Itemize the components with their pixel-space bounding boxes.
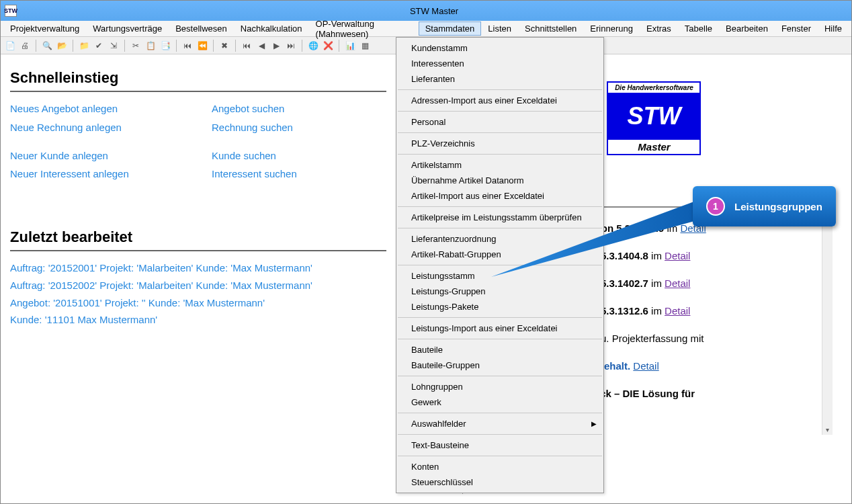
toolbar-button[interactable]: ✖ [218,39,231,52]
callout-number: 1 [706,197,725,216]
menu-item-fenster[interactable]: Fenster [775,22,818,36]
toolbar-button[interactable]: 📁 [77,39,91,52]
menuitem-auswahlfelder[interactable]: Auswahlfelder▶ [396,416,603,431]
menu-item-nachkalkulation[interactable]: Nachkalkulation [234,22,309,36]
menu-separator [398,154,602,155]
detail-link[interactable]: Detail [633,360,658,372]
quickstart-title: Schnelleinstieg [10,69,386,87]
menuitem-bauteile-gruppen[interactable]: Bauteile-Gruppen [396,358,603,373]
quicklink[interactable]: Neuer Kunde anlegen [10,149,212,163]
separator [73,40,73,52]
toolbar-button[interactable]: ✔ [92,39,105,52]
callout-label: Leistungsgruppen [734,201,822,212]
toolbar-button[interactable]: 📂 [55,39,69,52]
submenu-arrow-icon: ▶ [591,420,597,427]
toolbar-button[interactable]: ▦ [358,39,372,52]
recent-link[interactable]: Angebot: '20151001' Projekt: '' Kunde: '… [10,296,386,310]
toolbar-button[interactable]: ⏮ [181,39,194,52]
divider [10,91,386,92]
toolbar-button[interactable]: 📊 [343,39,357,52]
menuitem-artikelstamm[interactable]: Artikelstamm [396,157,603,173]
toolbar-button[interactable]: ⏭ [284,39,298,52]
quickstart-grid: Neues Angebot anlegenAngebot suchenNeue … [10,101,386,181]
quicklink[interactable]: Neues Angebot anlegen [10,101,212,116]
menuitem-text-bausteine[interactable]: Text-Bausteine [396,437,603,453]
separator [36,40,36,52]
menuitem-plz-verzeichnis[interactable]: PLZ-Verzeichnis [396,136,603,151]
quicklink[interactable]: Interessent suchen [212,167,373,181]
toolbar-button[interactable]: 📑 [159,39,172,52]
quicklink[interactable]: Neuer Interessent anlegen [10,167,212,181]
menuitem-lohngruppen[interactable]: Lohngruppen [396,379,603,394]
menu-item-erinnerung[interactable]: Erinnerung [583,22,640,36]
quicklink[interactable]: Rechnung suchen [212,120,373,135]
toolbar-button[interactable]: ◀ [255,39,268,52]
toolbar-button[interactable]: 🔍 [40,39,54,52]
logo-bot: Master [608,140,699,154]
menu-item-stammdaten[interactable]: Stammdaten [419,22,482,36]
separator [176,40,177,52]
menu-separator [398,339,602,339]
toolbar-button[interactable]: 📄 [3,39,17,52]
menuitem-lieferanten[interactable]: Lieferanten [396,71,603,87]
quicklink[interactable]: Angebot suchen [212,101,373,116]
menu-separator [398,456,602,456]
menu-item-tabelle[interactable]: Tabelle [678,22,719,36]
separator [302,40,302,52]
scrollbar[interactable]: ▴ ▾ [822,208,833,435]
app-icon: STW [5,5,17,17]
toolbar-button[interactable]: ▶ [269,39,283,52]
recent-link[interactable]: Kunde: '11101 Max Mustermann' [10,312,386,327]
news-line: n & Gehalt. Detail [577,360,833,372]
menuitem-gewerk[interactable]: Gewerk [396,394,603,410]
news-line: sion 5.3.1312.6 im Detail [577,305,833,317]
menuitem-leistungs-pakete[interactable]: Leistungs-Pakete [396,299,603,314]
recent-link[interactable]: Auftrag: '20152002' Projekt: 'Malarbeite… [10,278,386,293]
toolbar-button[interactable]: ❌ [321,39,335,52]
menu-separator [398,376,602,376]
separator [235,40,236,52]
menu-separator [398,317,602,318]
menu-item-schnittstellen[interactable]: Schnittstellen [518,22,583,36]
toolbar-button[interactable]: 📋 [144,39,157,52]
recent-link[interactable]: Auftrag: '20152001' Projekt: 'Malarbeite… [10,261,386,276]
recent-title: Zuletzt bearbeitet [10,228,386,246]
toolbar-button[interactable]: ⇲ [107,39,120,52]
quicklink[interactable]: Neue Rechnung anlegen [10,120,212,135]
toolbar-button[interactable]: ⏪ [196,39,209,52]
menuitem-personal[interactable]: Personal [396,114,603,130]
separator [339,40,339,52]
logo: Die Handwerkersoftware STW Master [607,81,701,155]
menuitem-bauteile[interactable]: Bauteile [396,342,603,358]
menuitem-leistungs-import-aus-einer-exceldatei[interactable]: Leistungs-Import aus einer Exceldatei [396,321,603,336]
menuitem-adressen-import-aus-einer-exceldatei[interactable]: Adressen-Import aus einer Exceldatei [396,93,603,108]
toolbar-button[interactable]: ✂ [129,39,142,52]
logo-mid: STW [608,93,699,140]
toolbar-button[interactable]: 🌐 [306,39,320,52]
menu-item-listen[interactable]: Listen [481,22,518,36]
titlebar: STW STW Master [1,1,851,21]
menu-item-bestellwesen[interactable]: Bestellwesen [169,22,234,36]
news-line: B Stick – DIE Lösung für [577,388,833,399]
window-title: STW Master [21,6,847,16]
menuitem-kundenstamm[interactable]: Kundenstamm [396,40,603,56]
menuitem-konten[interactable]: Konten [396,459,603,474]
menuitem-steuerschl-ssel[interactable]: Steuerschlüssel [396,474,603,490]
menu-item-bearbeiten[interactable]: Bearbeiten [719,22,775,36]
menu-separator [398,434,602,435]
quicklink[interactable]: Kunde suchen [212,149,373,163]
menu-item-wartungsvertrge[interactable]: Wartungsverträge [86,22,169,36]
detail-link[interactable]: Detail [665,305,690,317]
toolbar-button[interactable]: ⏮ [240,39,253,52]
recent-list: Auftrag: '20152001' Projekt: 'Malarbeite… [10,261,386,327]
menu-separator [398,111,602,112]
menuitem-interessenten[interactable]: Interessenten [396,56,603,71]
menu-item-projektverwaltung[interactable]: Projektverwaltung [3,22,86,36]
menuitem--bernahme-artikel-datanorm[interactable]: Übernahme Artikel Datanorm [396,173,603,188]
menu-item-hilfe[interactable]: Hilfe [818,22,849,36]
toolbar-button[interactable]: 🖨 [18,39,32,52]
scroll-down-icon[interactable]: ▾ [822,424,833,435]
menu-item-extras[interactable]: Extras [640,22,678,36]
left-column: Schnelleinstieg Neues Angebot anlegenAng… [10,54,386,494]
menu-separator [398,413,602,413]
